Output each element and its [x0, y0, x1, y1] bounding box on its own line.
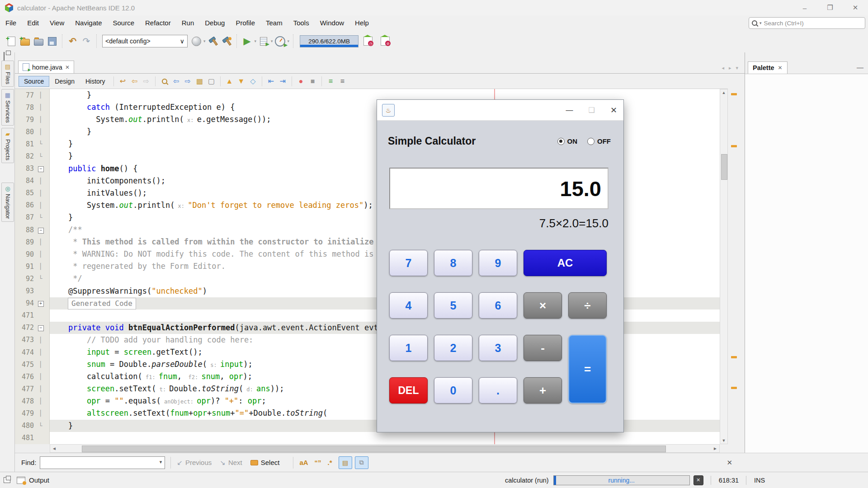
memory-usage-indicator[interactable]: 290.6/622.0MB [300, 35, 359, 47]
next-bookmark-icon[interactable]: ▼ [236, 77, 247, 85]
undo-button[interactable]: ↶ [66, 34, 80, 48]
calc-key-+[interactable]: + [524, 377, 562, 404]
find-bar-close-icon[interactable]: ✕ [726, 459, 732, 467]
new-file-button[interactable]: + [5, 34, 18, 48]
whole-words-toggle[interactable]: “” [315, 459, 321, 466]
scroll-left-icon[interactable]: ◄ [52, 446, 57, 451]
view-design-button[interactable]: Design [49, 76, 80, 87]
fold-indicator[interactable]: + [34, 300, 47, 307]
stop-process-button[interactable]: ✕ [693, 475, 703, 485]
menu-item-help[interactable]: Help [349, 19, 374, 27]
dock-window-icon[interactable] [4, 52, 5, 61]
rect-selection-icon[interactable]: ▢ [206, 77, 217, 85]
comment-icon[interactable]: ≡ [325, 77, 337, 85]
record-macro-icon[interactable]: ● [295, 77, 307, 85]
stop-background-scan-button[interactable]: ⊘ [378, 34, 392, 48]
set-configuration-button[interactable] [189, 34, 203, 48]
open-project-button[interactable] [32, 34, 45, 48]
highlight-matches-icon[interactable]: ▩ [194, 77, 206, 85]
fold-indicator[interactable]: − [34, 324, 47, 331]
debug-project-button[interactable] [257, 34, 270, 48]
tab-close-icon[interactable]: ✕ [65, 64, 70, 70]
calculator-title-bar[interactable]: ♨ — ❑ ✕ [377, 100, 623, 121]
warning-mark-icon[interactable] [731, 387, 737, 389]
calc-key-×[interactable]: × [524, 292, 562, 319]
horizontal-scroll-thumb[interactable] [82, 446, 666, 452]
match-case-toggle[interactable]: aA [299, 459, 308, 466]
calc-key-=[interactable]: = [568, 335, 607, 404]
calc-key-6[interactable]: 6 [479, 292, 517, 319]
tab-home-java[interactable]: home.java ✕ [18, 61, 74, 73]
search-scope-caret-icon[interactable]: ▾ [760, 21, 762, 25]
code-line-481[interactable] [50, 432, 720, 444]
menu-item-source[interactable]: Source [107, 19, 140, 27]
new-project-button[interactable]: + [18, 34, 32, 48]
calc-key-1[interactable]: 1 [389, 335, 428, 361]
radio-on-icon[interactable] [557, 138, 565, 145]
calc-close-button[interactable]: ✕ [610, 105, 617, 115]
pause-io-checks-button[interactable]: ◷ [361, 34, 375, 48]
sidebar-item-services[interactable]: ▦ Services [1, 89, 14, 126]
menu-item-team[interactable]: Team [260, 19, 288, 27]
fold-indicator[interactable]: − [34, 226, 47, 234]
calc-key-÷[interactable]: ÷ [568, 292, 607, 319]
radio-off[interactable]: OFF [587, 137, 611, 145]
menu-item-profile[interactable]: Profile [230, 19, 260, 27]
progress-bar[interactable]: running... [553, 475, 690, 485]
folded-code-placeholder[interactable]: Generated Code [68, 298, 136, 310]
build-project-button[interactable] [206, 34, 220, 48]
redo-button[interactable]: ↷ [80, 34, 93, 48]
shift-left-icon[interactable]: ⇤ [265, 77, 277, 85]
stop-macro-icon[interactable]: ■ [307, 77, 319, 85]
forward-icon[interactable]: ⇨ [141, 77, 152, 85]
scroll-up-icon[interactable]: ▲ [720, 90, 727, 95]
calc-key-AC[interactable]: AC [524, 250, 607, 276]
quick-search-input[interactable]: ▾ Search (Ctrl+I) [749, 17, 865, 29]
menu-item-view[interactable]: View [44, 19, 70, 27]
calc-key-7[interactable]: 7 [389, 250, 428, 276]
calc-key-.[interactable]: . [479, 377, 517, 404]
menu-item-window[interactable]: Window [315, 19, 349, 27]
menu-item-debug[interactable]: Debug [199, 19, 230, 27]
tab-palette[interactable]: Palette ✕ [748, 61, 788, 74]
radio-off-icon[interactable] [587, 138, 594, 145]
fold-indicator[interactable]: − [34, 165, 47, 172]
warning-mark-icon[interactable] [731, 356, 737, 358]
menu-item-edit[interactable]: Edit [22, 19, 44, 27]
last-edit-icon[interactable]: ↩ [117, 77, 129, 85]
editor-vertical-scrollbar[interactable]: ▲ ▼ [720, 89, 728, 444]
scroll-down-icon[interactable]: ▼ [720, 438, 727, 443]
calc-key-5[interactable]: 5 [434, 292, 472, 319]
palette-close-icon[interactable]: ✕ [778, 65, 783, 71]
view-source-button[interactable]: Source [19, 76, 49, 87]
clean-build-button[interactable] [220, 34, 233, 48]
highlight-results-toggle[interactable]: ▤ [339, 456, 352, 469]
find-selection-icon[interactable] [159, 79, 170, 84]
calc-maximize-button[interactable]: ❑ [589, 106, 595, 114]
maximize-button[interactable]: ❐ [817, 0, 843, 15]
sidebar-item-files[interactable]: ▤ Files [1, 61, 14, 87]
uncomment-icon[interactable]: ≡ [337, 77, 349, 85]
sidebar-item-navigator[interactable]: ◎ Navigator [1, 183, 14, 222]
config-select[interactable]: <default config> ∨ [102, 35, 188, 47]
radio-on[interactable]: ON [557, 137, 578, 145]
tab-list-icon[interactable]: ▾ [736, 65, 738, 71]
calc-key-2[interactable]: 2 [434, 335, 472, 361]
find-select-button[interactable]: Select [250, 459, 280, 466]
shift-right-icon[interactable]: ⇥ [277, 77, 289, 85]
calc-key-0[interactable]: 0 [434, 377, 472, 404]
scroll-tabs-right-icon[interactable]: ▸ [729, 65, 731, 71]
output-tab-label[interactable]: Output [29, 476, 49, 484]
calc-key--[interactable]: - [524, 335, 562, 361]
view-history-button[interactable]: History [80, 76, 111, 87]
vertical-scroll-thumb[interactable] [721, 154, 727, 180]
wrap-around-toggle[interactable]: ⧉ [355, 456, 368, 469]
calc-key-8[interactable]: 8 [434, 250, 472, 276]
save-all-button[interactable] [45, 34, 59, 48]
palette-minimize-icon[interactable]: — [857, 63, 863, 71]
scroll-tabs-left-icon[interactable]: ◂ [722, 65, 724, 71]
sidebar-item-projects[interactable]: ▰ Projects [1, 128, 14, 163]
menu-item-run[interactable]: Run [176, 19, 200, 27]
next-occurrence-icon[interactable]: ⇨ [182, 77, 194, 85]
back-icon[interactable]: ⇦ [129, 77, 141, 85]
